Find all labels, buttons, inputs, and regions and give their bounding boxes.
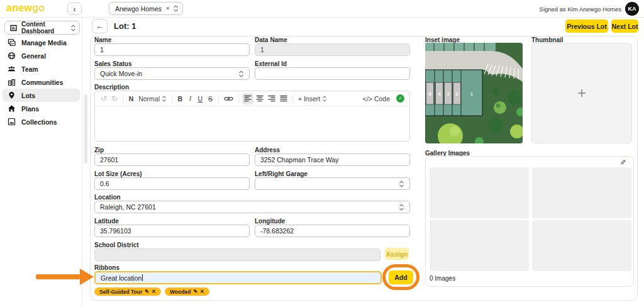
check-glyph: ✓ (398, 96, 402, 101)
page-title: Lot: 1 (114, 21, 136, 31)
sidebar-item-label: General (21, 52, 46, 60)
thumbnail-upload[interactable]: + (531, 43, 632, 143)
redo-icon[interactable]: ↻ (109, 93, 119, 104)
align-left-button[interactable] (242, 93, 253, 104)
clear-icon[interactable]: ✕ (165, 6, 170, 11)
app-root: anewgo ‹ Anewgo Homes ✕ Signed as Kim An… (0, 0, 644, 307)
avatar[interactable]: KA (625, 2, 639, 16)
lot-number: 1 (470, 92, 473, 96)
communities-icon (7, 78, 16, 86)
latitude-label: Latitude (94, 218, 119, 225)
back-button[interactable]: ← (92, 19, 108, 33)
description-toolbar: ↺ ↻ N Normal B I U S + Insert </> Code ✓ (95, 91, 409, 106)
garage-select[interactable] (255, 177, 410, 190)
external-id-label: External Id (255, 60, 287, 67)
lot-size-label: Lot Size (Acres) (94, 170, 142, 177)
link-icon[interactable] (222, 93, 235, 104)
code-button[interactable]: </> Code (361, 93, 392, 104)
lot-number: 5 (428, 91, 431, 97)
align-center-button[interactable] (254, 93, 265, 104)
data-name-value: 1 (260, 46, 264, 53)
edit-pencil-icon[interactable]: ✎ (145, 289, 149, 294)
chevron-updown-icon (162, 95, 167, 103)
map-pin-icon (7, 91, 16, 99)
name-label: Name (94, 36, 111, 43)
longitude-input[interactable]: -78.683262 (255, 225, 410, 237)
name-input[interactable]: 1 (94, 43, 250, 56)
align-right-button[interactable] (266, 93, 277, 104)
signed-in-text: Signed as Kim Anewgo Homes (540, 6, 621, 13)
data-name-label: Data Name (255, 36, 287, 43)
sidebar-item-general[interactable]: General (3, 49, 80, 62)
insert-label: + Insert (298, 95, 320, 103)
sidebar-item-plans[interactable]: Plans (3, 102, 80, 115)
dashboard-select[interactable]: Content Dashboard (4, 21, 80, 35)
strikethrough-button[interactable]: S (206, 93, 215, 104)
ribbon-tag-wooded: Wooded ✎ ✕ (165, 287, 209, 296)
toolbar-divider (218, 94, 219, 103)
gallery-placeholder (430, 167, 529, 218)
insert-button[interactable]: + Insert (296, 93, 329, 104)
sales-status-select[interactable]: Quick Move-in (94, 67, 250, 80)
toolbar-divider (238, 94, 239, 103)
team-icon (7, 65, 16, 73)
sidebar-item-lots[interactable]: Lots (3, 89, 80, 102)
underline-button[interactable]: U (196, 93, 205, 104)
sidebar-item-communities[interactable]: Communities (3, 75, 80, 89)
data-name-input: 1 (255, 43, 410, 56)
address-input[interactable]: 3252 Chapman Trace Way (255, 154, 410, 166)
ribbons-input[interactable]: Great location (94, 271, 382, 284)
chevron-updown-icon (238, 70, 244, 78)
previous-lot-button[interactable]: Previous Lot (565, 20, 608, 33)
edit-pencil-icon[interactable]: ✎ (193, 289, 197, 294)
remove-x-icon[interactable]: ✕ (200, 289, 204, 294)
builder-select[interactable]: Anewgo Homes ✕ (109, 2, 183, 15)
zip-value: 27601 (100, 156, 118, 164)
gallery-edit-pencil-icon[interactable]: ✎ (620, 159, 626, 167)
align-justify-button[interactable] (278, 93, 289, 104)
description-editor-body[interactable] (95, 106, 409, 141)
lot-number: 2 (455, 91, 458, 97)
inset-image[interactable]: 5 4 3 2 1 (425, 43, 523, 143)
ribbons-value: Great location (101, 274, 142, 282)
anewgo-logo: anewgo (6, 3, 45, 14)
sidebar-scrollbar[interactable] (84, 94, 87, 164)
latitude-input[interactable]: 35.796103 (94, 225, 250, 237)
external-id-input[interactable] (255, 67, 410, 80)
next-lot-button[interactable]: Next Lot (611, 20, 638, 33)
lot-size-value: 0.6 (100, 180, 109, 187)
ribbons-label: Ribbons (94, 264, 119, 271)
remove-x-icon[interactable]: ✕ (152, 289, 156, 294)
location-label: Location (94, 194, 121, 201)
bold-button[interactable]: B (175, 93, 185, 104)
lot-size-input[interactable]: 0.6 (94, 177, 250, 190)
format-select[interactable]: Normal (136, 93, 169, 104)
sidebar-item-team[interactable]: Team (3, 62, 80, 75)
media-icon (7, 38, 16, 47)
zip-label: Zip (94, 147, 104, 154)
chevron-left-icon: ‹ (73, 4, 75, 14)
sidebar-item-label: Team (21, 65, 38, 73)
format-value: Normal (138, 95, 160, 103)
format-n-button[interactable]: N (126, 93, 136, 104)
sidebar-item-manage-media[interactable]: Manage Media (3, 36, 80, 49)
add-ribbon-button[interactable]: Add (389, 271, 413, 284)
sidebar-item-collections[interactable]: Collections (3, 115, 80, 128)
location-select[interactable]: Raleigh, NC 27601 (94, 201, 410, 213)
italic-button[interactable]: I (186, 93, 195, 104)
chevron-updown-icon (399, 203, 404, 211)
house-icon (7, 104, 16, 113)
builder-select-value: Anewgo Homes (115, 5, 165, 13)
logo-text-anew: anew (6, 3, 32, 13)
zip-input[interactable]: 27601 (94, 154, 250, 166)
undo-icon[interactable]: ↺ (99, 93, 109, 104)
gallery-placeholder (430, 220, 529, 271)
name-value: 1 (100, 46, 104, 53)
assign-button[interactable]: Assign (385, 248, 409, 260)
chevron-updown-icon (70, 24, 76, 32)
lot-number: 3 (447, 91, 450, 97)
sidebar-collapse-button[interactable]: ‹ (67, 3, 82, 15)
tag-label: Self-Guided Tour (99, 289, 142, 295)
annotation-arrow-icon (80, 269, 94, 285)
annotation-arrow-tail (36, 274, 80, 279)
